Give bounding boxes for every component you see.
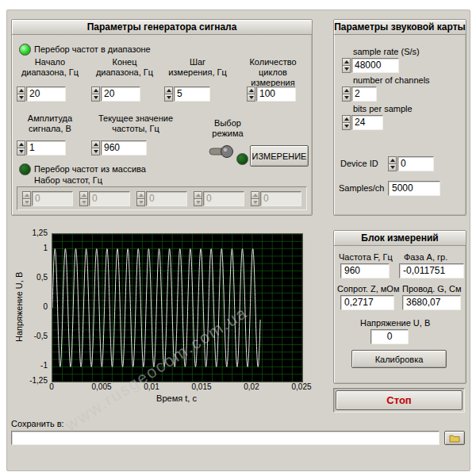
voltage-result-value: 0 [370,329,409,344]
increment-arrow-icon[interactable] [79,191,88,199]
waveform-graph: Напряжение U, В 1,2510,50-0,5-1-1,25 00,… [11,224,311,413]
array-sweep-led-indicator [19,163,31,175]
phase-result-label: Фаза А, гр. [404,252,447,262]
y-axis-tick-label: -0,5 [21,332,48,340]
range-start-value[interactable]: 20 [26,86,66,102]
frequency-array-element-spinner[interactable]: 0 [251,191,301,206]
sample-rate-value[interactable]: 48000 [351,58,399,73]
y-axis-tick-label: 1 [21,244,48,252]
samples-per-channel-label: Samples/ch [339,183,384,193]
range-start-label-line2: диапазона, Гц [13,67,86,78]
current-frequency-spinner[interactable]: 960 [91,140,147,155]
decrement-arrow-icon[interactable] [194,199,202,206]
browse-folder-button[interactable] [444,431,465,445]
decrement-arrow-icon[interactable] [22,199,31,206]
amplitude-value[interactable]: 1 [26,140,66,155]
frequency-array-value[interactable]: 0 [203,191,244,206]
increment-arrow-icon[interactable] [342,115,351,123]
y-axis-tick-label: -1,25 [21,376,48,385]
increment-arrow-icon[interactable] [251,191,259,199]
device-id-value[interactable]: 0 [397,156,434,171]
decrement-arrow-icon[interactable] [164,94,173,102]
frequency-set-label: Набор частот, Гц [34,175,102,185]
decrement-arrow-icon[interactable] [79,199,88,206]
conductance-result-label: Провод. G, См [402,284,461,294]
decrement-arrow-icon[interactable] [251,199,259,206]
decrement-arrow-icon[interactable] [17,148,25,155]
current-frequency-label-line1: Текущее значение [88,113,183,124]
increment-arrow-icon[interactable] [342,86,351,94]
calibrate-button[interactable]: Калибровка [351,350,447,368]
increment-arrow-icon[interactable] [342,58,351,66]
increment-arrow-icon[interactable] [136,191,145,199]
frequency-array-value[interactable]: 0 [146,191,187,206]
device-id-spinner[interactable]: 0 [388,156,434,171]
step-label-line1: Шаг [163,57,232,67]
measure-status-led-indicator [236,153,248,165]
current-frequency-label: Текущее значение частоты, Гц [88,113,183,134]
increment-arrow-icon[interactable] [91,86,100,94]
amplitude-label-line2: сигнала, В [13,124,86,134]
increment-arrow-icon[interactable] [22,191,31,199]
frequency-array-value[interactable]: 0 [89,191,130,206]
cycles-label: Количество циклов измерения [236,57,310,88]
decrement-arrow-icon[interactable] [17,94,25,102]
step-spinner[interactable]: 5 [164,86,210,102]
decrement-arrow-icon[interactable] [342,123,351,130]
increment-arrow-icon[interactable] [388,156,397,164]
impedance-result-label: Сопрот. Z, мОм [337,284,399,294]
bits-per-sample-label: bits per sample [353,104,413,113]
range-end-value[interactable]: 20 [101,86,140,102]
measure-button[interactable]: ИЗМЕРЕНИЕ [250,145,309,167]
y-axis-tick-label: 0 [21,302,48,311]
bits-per-sample-spinner[interactable]: 24 [342,115,383,130]
increment-arrow-icon[interactable] [247,86,255,94]
frequency-array-element-spinner[interactable]: 0 [136,191,187,206]
phase-result-value: -0,011751 [399,263,464,278]
save-path-input[interactable] [11,431,440,445]
cycles-spinner[interactable]: 100 [247,86,296,102]
decrement-arrow-icon[interactable] [91,148,100,155]
x-axis-tick-label: 0,01 [144,382,159,391]
range-sweep-led-indicator [19,44,31,56]
frequency-result-label: Частота F, Гц [339,252,393,262]
increment-arrow-icon[interactable] [17,140,25,148]
frequency-array-element-spinner[interactable]: 0 [79,191,130,206]
decrement-arrow-icon[interactable] [91,94,100,102]
decrement-arrow-icon[interactable] [342,94,351,102]
range-sweep-label: Перебор частот в диапазоне [34,44,151,54]
range-start-spinner[interactable]: 20 [17,86,66,102]
frequency-array-value[interactable]: 0 [32,191,73,206]
x-axis-ticks: 00,0050,010,0150,020,025 [52,382,301,392]
frequency-array-element-spinner[interactable]: 0 [22,191,73,206]
stop-button[interactable]: Стоп [336,390,463,410]
x-axis-label: Время t, с [52,393,301,403]
sample-rate-spinner[interactable]: 48000 [342,58,399,73]
decrement-arrow-icon[interactable] [342,66,351,73]
frequency-array-element-spinner[interactable]: 0 [194,191,244,206]
increment-arrow-icon[interactable] [194,191,202,199]
decrement-arrow-icon[interactable] [136,199,145,206]
current-frequency-value[interactable]: 960 [101,140,147,155]
cycles-value[interactable]: 100 [256,86,296,102]
mode-toggle-switch[interactable] [207,140,236,164]
increment-arrow-icon[interactable] [164,86,173,94]
increment-arrow-icon[interactable] [91,140,100,148]
bits-per-sample-value[interactable]: 24 [351,115,383,130]
channels-value[interactable]: 2 [351,86,377,102]
y-axis-tick-label: 1,25 [21,228,48,237]
channels-spinner[interactable]: 2 [342,86,377,102]
decrement-arrow-icon[interactable] [388,164,397,171]
x-axis-tick-label: 0,025 [291,382,311,391]
stop-button-frame: Стоп [333,388,465,413]
step-value[interactable]: 5 [174,86,210,102]
mode-select-label-line1: Выбор [196,118,259,129]
increment-arrow-icon[interactable] [17,86,25,94]
x-axis-tick-label: 0,015 [191,382,211,391]
range-end-spinner[interactable]: 20 [91,86,140,102]
decrement-arrow-icon[interactable] [247,94,255,102]
cycles-label-line1: Количество [236,57,310,67]
frequency-array-value[interactable]: 0 [260,191,301,206]
amplitude-spinner[interactable]: 1 [17,140,66,155]
signal-generator-panel: Параметры генератора сигнала Перебор час… [11,19,313,216]
